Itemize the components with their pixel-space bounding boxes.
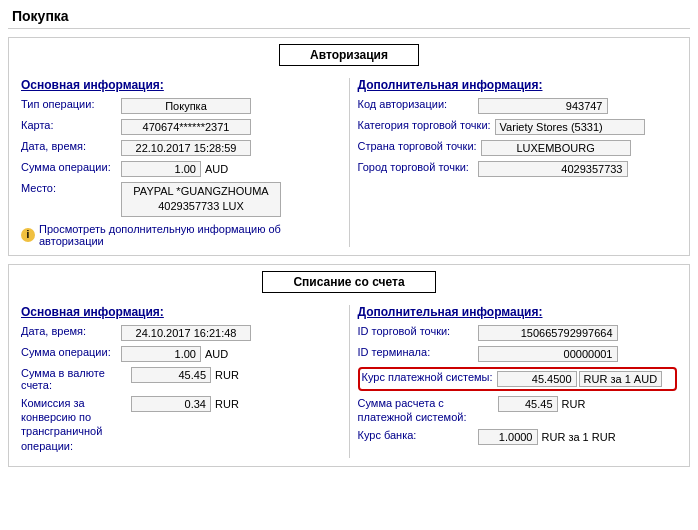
page-title: Покупка	[0, 0, 698, 28]
field-row-auth-code: Код авторизации: 943747	[358, 98, 678, 114]
card-value: 470674******2371	[121, 119, 251, 135]
wo-datetime-label: Дата, время:	[21, 325, 121, 337]
commission-value: 0.34	[131, 396, 211, 412]
terminal-id-label: ID терминала:	[358, 346, 478, 358]
merchant-city-label: Город торговой точки:	[358, 161, 478, 173]
wo-account-amount-suffix: RUR	[215, 369, 239, 381]
amount-value: 1.00	[121, 161, 201, 177]
merchant-category-label: Категория торговой точки:	[358, 119, 495, 131]
wo-account-amount-value: 45.45	[131, 367, 211, 383]
merchant-category-value: Variety Stores (5331)	[495, 119, 645, 135]
auth-right-title: Дополнительная информация:	[358, 78, 678, 92]
auth-code-value: 943747	[478, 98, 608, 114]
ps-amount-label: Сумма расчета с платежной системой:	[358, 396, 498, 425]
field-row-amount: Сумма операции: 1.00 AUD	[21, 161, 341, 177]
field-row-commission: Комиссия за конверсию по трансграничной …	[21, 396, 341, 453]
field-row-card: Карта: 470674******2371	[21, 119, 341, 135]
writeoff-right-title: Дополнительная информация:	[358, 305, 678, 319]
ps-amount-value: 45.45	[498, 396, 558, 412]
info-icon: i	[21, 228, 35, 242]
payment-rate-label: Курс платежной системы:	[362, 371, 497, 383]
field-row-terminal-id: ID терминала: 00000001	[358, 346, 678, 362]
bank-rate-value: 1.0000	[478, 429, 538, 445]
place-label: Место:	[21, 182, 121, 194]
place-value: PAYPAL *GUANGZHOUMA4029357733 LUX	[121, 182, 281, 217]
payment-rate-highlighted: Курс платежной системы: 45.4500 RUR за 1…	[358, 367, 678, 391]
field-row-ps-amount: Сумма расчета с платежной системой: 45.4…	[358, 396, 678, 425]
field-row-merchant-city: Город торговой точки: 4029357733	[358, 161, 678, 177]
field-row-datetime: Дата, время: 22.10.2017 15:28:59	[21, 140, 341, 156]
wo-amount-value: 1.00	[121, 346, 201, 362]
wo-datetime-value: 24.10.2017 16:21:48	[121, 325, 251, 341]
datetime-value: 22.10.2017 15:28:59	[121, 140, 251, 156]
field-row-wo-amount: Сумма операции: 1.00 AUD	[21, 346, 341, 362]
writeoff-left-title: Основная информация:	[21, 305, 341, 319]
auth-left-title: Основная информация:	[21, 78, 341, 92]
info-link-text: Просмотреть дополнительную информацию об…	[39, 223, 341, 247]
authorization-header: Авторизация	[9, 38, 689, 70]
auth-left-col: Основная информация: Тип операции: Покуп…	[13, 78, 349, 247]
merchant-id-value: 150665792997664	[478, 325, 618, 341]
writeoff-title: Списание со счета	[262, 271, 435, 293]
wo-account-amount-label: Сумма в валюте счета:	[21, 367, 131, 391]
writeoff-right-col: Дополнительная информация: ID торговой т…	[349, 305, 686, 458]
payment-rate-value: 45.4500	[497, 371, 577, 387]
top-divider	[8, 28, 690, 29]
info-link[interactable]: i Просмотреть дополнительную информацию …	[21, 223, 341, 247]
datetime-label: Дата, время:	[21, 140, 121, 152]
writeoff-header: Списание со счета	[9, 265, 689, 297]
authorization-section: Авторизация Основная информация: Тип опе…	[8, 37, 690, 256]
commission-label: Комиссия за конверсию по трансграничной …	[21, 396, 131, 453]
field-row-wo-datetime: Дата, время: 24.10.2017 16:21:48	[21, 325, 341, 341]
merchant-country-value: LUXEMBOURG	[481, 140, 631, 156]
payment-rate-suffix: RUR за 1 AUD	[579, 371, 663, 387]
operation-type-label: Тип операции:	[21, 98, 121, 110]
authorization-body: Основная информация: Тип операции: Покуп…	[9, 70, 689, 255]
auth-right-col: Дополнительная информация: Код авторизац…	[349, 78, 686, 247]
merchant-id-label: ID торговой точки:	[358, 325, 478, 337]
writeoff-body: Основная информация: Дата, время: 24.10.…	[9, 297, 689, 466]
field-row-payment-rate: Курс платежной системы: 45.4500 RUR за 1…	[362, 371, 674, 387]
writeoff-section: Списание со счета Основная информация: Д…	[8, 264, 690, 467]
bank-rate-suffix: RUR за 1 RUR	[542, 431, 616, 443]
merchant-country-label: Страна торговой точки:	[358, 140, 481, 152]
wo-amount-suffix: AUD	[205, 348, 228, 360]
operation-type-value: Покупка	[121, 98, 251, 114]
authorization-title: Авторизация	[279, 44, 419, 66]
ps-amount-suffix: RUR	[562, 398, 586, 410]
field-row-bank-rate: Курс банка: 1.0000 RUR за 1 RUR	[358, 429, 678, 445]
amount-label: Сумма операции:	[21, 161, 121, 173]
terminal-id-value: 00000001	[478, 346, 618, 362]
field-row-merchant-id: ID торговой точки: 150665792997664	[358, 325, 678, 341]
merchant-city-value: 4029357733	[478, 161, 628, 177]
card-label: Карта:	[21, 119, 121, 131]
wo-amount-label: Сумма операции:	[21, 346, 121, 358]
bank-rate-label: Курс банка:	[358, 429, 478, 441]
field-row-operation-type: Тип операции: Покупка	[21, 98, 341, 114]
field-row-merchant-country: Страна торговой точки: LUXEMBOURG	[358, 140, 678, 156]
writeoff-left-col: Основная информация: Дата, время: 24.10.…	[13, 305, 349, 458]
field-row-place: Место: PAYPAL *GUANGZHOUMA4029357733 LUX	[21, 182, 341, 217]
auth-code-label: Код авторизации:	[358, 98, 478, 110]
field-row-wo-account-amount: Сумма в валюте счета: 45.45 RUR	[21, 367, 341, 391]
commission-suffix: RUR	[215, 398, 239, 410]
field-row-merchant-category: Категория торговой точки: Variety Stores…	[358, 119, 678, 135]
amount-suffix: AUD	[205, 163, 228, 175]
